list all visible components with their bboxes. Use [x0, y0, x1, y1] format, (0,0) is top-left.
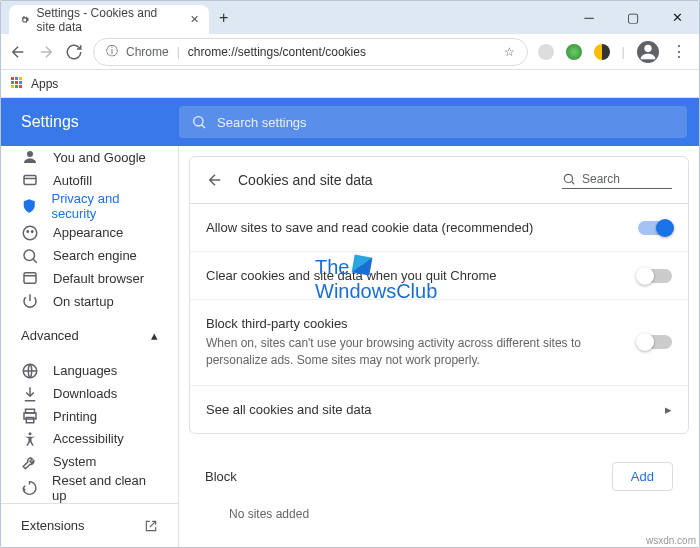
sidebar-item-appearance[interactable]: Appearance	[1, 221, 178, 244]
search-icon	[191, 114, 207, 130]
sidebar-extensions[interactable]: Extensions	[1, 503, 178, 547]
sidebar-item-privacy[interactable]: Privacy and security	[1, 191, 178, 221]
block-empty: No sites added	[189, 499, 689, 541]
settings-search[interactable]: Search settings	[179, 106, 687, 138]
allow-cookies-toggle[interactable]	[638, 221, 672, 235]
clear-on-quit-toggle[interactable]	[638, 269, 672, 283]
print-icon	[21, 407, 39, 425]
advanced-label: Advanced	[21, 328, 79, 343]
sidebar-item-you-and-google[interactable]: You and Google	[1, 146, 178, 169]
toolbar-extensions: | ⋮	[538, 41, 691, 63]
menu-icon[interactable]: ⋮	[671, 42, 687, 61]
browser-tab[interactable]: Settings - Cookies and site data ✕	[9, 5, 209, 34]
accessibility-icon	[21, 430, 39, 448]
gear-icon	[19, 13, 31, 27]
sidebar-item-system[interactable]: System	[1, 450, 178, 473]
row-allow-cookies[interactable]: Allow sites to save and read cookie data…	[190, 204, 688, 252]
person-icon	[21, 148, 39, 166]
sidebar-item-languages[interactable]: Languages	[1, 359, 178, 382]
svg-point-13	[29, 432, 32, 435]
row-block-third-party[interactable]: Block third-party cookies When on, sites…	[190, 300, 688, 386]
svg-point-2	[27, 151, 33, 157]
see-all-label: See all cookies and site data	[206, 402, 653, 417]
sidebar-item-label: System	[53, 454, 96, 469]
row-clear-on-quit[interactable]: Clear cookies and site data when you qui…	[190, 252, 688, 300]
extensions-label: Extensions	[21, 518, 85, 533]
apps-label[interactable]: Apps	[31, 77, 58, 91]
sidebar-item-search-engine[interactable]: Search engine	[1, 244, 178, 267]
back-arrow-icon[interactable]	[206, 171, 224, 189]
svg-point-0	[644, 44, 651, 51]
close-window-button[interactable]: ✕	[655, 1, 699, 34]
download-icon	[21, 385, 39, 403]
sidebar-item-downloads[interactable]: Downloads	[1, 382, 178, 405]
sidebar-item-on-startup[interactable]: On startup	[1, 290, 178, 313]
page-title: Cookies and site data	[238, 172, 373, 188]
row-see-all-cookies[interactable]: See all cookies and site data ▸	[190, 386, 688, 433]
autofill-icon	[21, 171, 39, 189]
omnibox-label: Chrome	[126, 45, 169, 59]
sidebar-item-printing[interactable]: Printing	[1, 405, 178, 428]
sidebar-item-label: Languages	[53, 363, 117, 378]
sidebar-item-label: Default browser	[53, 271, 144, 286]
settings-title: Settings	[1, 113, 179, 131]
reload-button[interactable]	[65, 43, 83, 61]
omnibox[interactable]: ⓘ Chrome | chrome://settings/content/coo…	[93, 38, 528, 66]
sidebar-item-reset[interactable]: Reset and clean up	[1, 473, 178, 503]
maximize-button[interactable]: ▢	[611, 1, 655, 34]
ext-icon-3[interactable]	[594, 44, 610, 60]
sidebar-item-label: Accessibility	[53, 431, 124, 446]
search-placeholder: Search settings	[217, 115, 307, 130]
settings-header: Settings Search settings	[1, 98, 699, 146]
ext-icon-1[interactable]	[538, 44, 554, 60]
bookmarks-bar: Apps	[1, 70, 699, 98]
svg-point-14	[564, 174, 572, 182]
section-clear-on-exit: Clear on exit Add	[189, 541, 689, 547]
cookies-card: Cookies and site data Search Allow sites…	[189, 156, 689, 434]
sidebar-item-label: Privacy and security	[51, 191, 158, 221]
new-tab-button[interactable]: +	[209, 1, 238, 34]
sidebar-item-default-browser[interactable]: Default browser	[1, 267, 178, 290]
star-icon[interactable]: ☆	[504, 45, 515, 59]
sidebar-advanced-toggle[interactable]: Advanced▴	[1, 312, 178, 359]
block3-title: Block third-party cookies	[206, 316, 626, 331]
clear-on-quit-label: Clear cookies and site data when you qui…	[206, 268, 626, 283]
appearance-icon	[21, 224, 39, 242]
search-icon	[562, 172, 576, 186]
globe-icon	[21, 362, 39, 380]
sidebar-item-label: You and Google	[53, 150, 146, 165]
close-tab-icon[interactable]: ✕	[190, 13, 199, 26]
sidebar-item-label: Reset and clean up	[52, 473, 158, 503]
forward-button[interactable]	[37, 43, 55, 61]
sidebar-item-label: On startup	[53, 294, 114, 309]
sidebar-item-label: Appearance	[53, 225, 123, 240]
add-block-button[interactable]: Add	[612, 462, 673, 491]
search-icon	[21, 247, 39, 265]
site-info-icon[interactable]: ⓘ	[106, 43, 118, 60]
settings-main[interactable]: Cookies and site data Search Allow sites…	[179, 146, 699, 547]
titlebar: Settings - Cookies and site data ✕ + ─ ▢…	[1, 1, 699, 34]
card-header: Cookies and site data Search	[190, 157, 688, 204]
sidebar-item-label: Search engine	[53, 248, 137, 263]
ext-icon-2[interactable]	[566, 44, 582, 60]
tab-title: Settings - Cookies and site data	[37, 6, 176, 34]
sidebar-item-accessibility[interactable]: Accessibility	[1, 428, 178, 451]
apps-icon[interactable]	[11, 77, 25, 91]
block-third-party-toggle[interactable]	[638, 335, 672, 349]
svg-point-1	[194, 117, 203, 126]
sidebar-item-autofill[interactable]: Autofill	[1, 169, 178, 192]
section-block: Block Add	[189, 444, 689, 499]
external-link-icon	[144, 519, 158, 533]
profile-avatar[interactable]	[637, 41, 659, 63]
svg-rect-3	[24, 176, 36, 185]
minimize-button[interactable]: ─	[567, 1, 611, 34]
svg-rect-8	[24, 273, 36, 284]
browser-icon	[21, 269, 39, 287]
sidebar-item-label: Printing	[53, 409, 97, 424]
svg-point-4	[23, 226, 37, 240]
reset-icon	[21, 479, 38, 497]
svg-point-7	[24, 250, 35, 261]
sidebar-item-label: Downloads	[53, 386, 117, 401]
cookie-search[interactable]: Search	[562, 172, 672, 189]
back-button[interactable]	[9, 43, 27, 61]
